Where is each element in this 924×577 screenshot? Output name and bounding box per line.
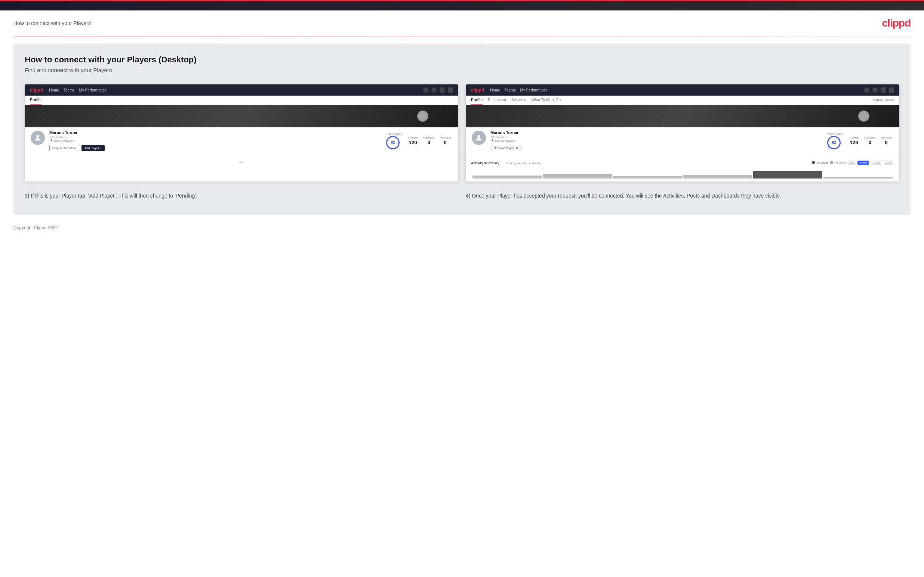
- avatar-icon-2[interactable]: [889, 87, 894, 93]
- avatar-2: [471, 130, 487, 146]
- close-icon: ✕: [516, 147, 519, 150]
- mock-nav-items-1: Home Teams My Performance: [49, 88, 107, 92]
- chart-bar-1: [472, 176, 542, 179]
- player-location-1: 📍 United Kingdom: [49, 139, 382, 143]
- filter-3mths[interactable]: 3 mths: [871, 161, 882, 165]
- mock-banner-1: [25, 105, 458, 127]
- following-label-2: Following: [880, 136, 892, 139]
- add-player-button-1[interactable]: Add Player +: [81, 145, 105, 151]
- search-icon-2[interactable]: [864, 87, 869, 93]
- user-dropdown-2[interactable]: Marcus Turner: [872, 98, 894, 105]
- filter-1mth[interactable]: 1 mth: [884, 161, 894, 165]
- avatar-1: [30, 130, 45, 146]
- followers-stat-1: Followers 0: [423, 136, 435, 145]
- chart-bar-3: [613, 176, 682, 179]
- filter-1yr[interactable]: 1 yr: [848, 161, 856, 165]
- user-icon-1[interactable]: [431, 87, 436, 93]
- following-stat-1: Following 0: [439, 136, 451, 145]
- banner-texture-2: [466, 105, 899, 127]
- screenshots-row: clippd Home Teams My Performance Profile: [25, 84, 899, 182]
- screenshot-1: clippd Home Teams My Performance Profile: [25, 84, 458, 182]
- tab-activities-2[interactable]: Activities: [511, 98, 526, 105]
- off-course-dot: [830, 161, 833, 164]
- tab-profile-2[interactable]: Profile: [471, 98, 483, 105]
- activity-subtitle: Monthly Activity · 6 Months: [506, 162, 542, 165]
- tab-dashboard-2[interactable]: Dashboard: [488, 98, 506, 105]
- mock-nav-home-2[interactable]: Home: [490, 88, 500, 92]
- activity-filters: On course Off course 1 yr 6 mths 3 mths …: [812, 161, 894, 165]
- following-label-1: Following: [439, 136, 451, 139]
- banner-texture-1: [25, 105, 458, 127]
- request-follow-button-1[interactable]: Request to Follow: [49, 145, 79, 151]
- player-buttons-2: Remove Player ✕: [490, 145, 824, 151]
- following-stat-2: Following 0: [880, 136, 892, 145]
- on-course-dot: [812, 161, 815, 164]
- tab-profile-1[interactable]: Profile: [30, 98, 42, 105]
- filter-6mths[interactable]: 6 mths: [858, 161, 869, 165]
- settings-icon-1[interactable]: [439, 87, 445, 93]
- followers-stat-2: Followers 0: [864, 136, 876, 145]
- mock-tabs-1: Profile: [25, 96, 458, 105]
- mock-nav-performance-1[interactable]: My Performance: [79, 88, 106, 92]
- caption-4: 4) Once your Player has accepted your re…: [466, 192, 899, 200]
- followers-value-1: 0: [423, 140, 435, 145]
- mock-banner-2: [466, 105, 899, 127]
- activities-value-1: 129: [408, 140, 418, 145]
- pencil-icon-1: ✏: [239, 160, 244, 166]
- followers-value-2: 0: [864, 140, 876, 145]
- screenshot-2: clippd Home Teams My Performance Profile…: [466, 84, 899, 182]
- activities-stat-1: Activities 129: [408, 136, 418, 145]
- mock-nav-home-1[interactable]: Home: [49, 88, 59, 92]
- off-course-label: Off course: [835, 161, 846, 164]
- activities-stat-2: Activities 129: [849, 136, 859, 145]
- remove-player-button[interactable]: Remove Player ✕: [490, 145, 522, 151]
- activities-label-1: Activities: [408, 136, 418, 139]
- search-icon-1[interactable]: [423, 87, 428, 93]
- svg-point-0: [36, 135, 39, 138]
- activities-value-2: 129: [849, 140, 859, 145]
- mock-nav-teams-2[interactable]: Teams: [505, 88, 515, 92]
- player-name-1: Marcus Turner: [49, 131, 382, 135]
- activity-header: Activity Summary Monthly Activity · 6 Mo…: [471, 159, 894, 166]
- location-pin-1: 📍: [49, 139, 54, 143]
- caption-3: 3) If this is your Player tap, 'Add Play…: [25, 192, 458, 200]
- captions-row: 3) If this is your Player tap, 'Add Play…: [25, 192, 899, 200]
- main-content: How to connect with your Players (Deskto…: [13, 44, 911, 215]
- chart-bar-2: [543, 174, 612, 179]
- mock-nav-teams-1[interactable]: Teams: [63, 88, 74, 92]
- activities-label-2: Activities: [849, 136, 859, 139]
- following-value-2: 0: [880, 140, 892, 145]
- main-title: How to connect with your Players (Deskto…: [25, 55, 899, 64]
- chart-bar-6: [824, 177, 893, 179]
- footer: Copyright Clippd 2022: [0, 222, 924, 238]
- mock-nav-performance-2[interactable]: My Performance: [520, 88, 547, 92]
- mock-nav-items-2: Home Teams My Performance: [490, 88, 548, 92]
- mock-tabs-2: Profile Dashboard Activities What To Wor…: [466, 96, 899, 105]
- activity-title: Activity Summary: [471, 161, 499, 165]
- mock-nav-icons-2: [864, 87, 894, 93]
- player-location-2: 📍 United Kingdom: [490, 139, 824, 143]
- tab-what-to-work-on-2[interactable]: What To Work On: [531, 98, 561, 105]
- header-divider: [13, 36, 911, 36]
- mock-profile-stats-1: Marcus Turner 1-5 Handicap 📍 United King…: [25, 127, 458, 156]
- mock-nav-2: clippd Home Teams My Performance: [466, 84, 899, 96]
- main-subtitle: Find and connect with your Players: [25, 67, 899, 73]
- mock-nav-icons-1: [423, 87, 453, 93]
- user-icon-2[interactable]: [872, 87, 878, 93]
- quality-label-1: Player Quality: [386, 132, 402, 135]
- mock-logo-2: clippd: [471, 87, 484, 93]
- mock-nav-1: clippd Home Teams My Performance: [25, 84, 458, 96]
- activity-summary: Activity Summary Monthly Activity · 6 Mo…: [466, 156, 899, 182]
- settings-icon-2[interactable]: [880, 87, 886, 93]
- mock-profile-stats-2: Marcus Turner 1-5 Handicap 📍 United King…: [466, 127, 899, 156]
- player-name-2: Marcus Turner: [490, 131, 824, 135]
- quality-circle-2: 92: [827, 136, 841, 149]
- copyright: Copyright Clippd 2022: [13, 225, 58, 230]
- edit-area-1: ✏: [25, 156, 458, 169]
- followers-label-2: Followers: [864, 136, 876, 139]
- top-bar: [0, 0, 924, 10]
- avatar-icon-1[interactable]: [448, 87, 453, 93]
- mock-logo-1: clippd: [30, 87, 43, 93]
- player-buttons-1: Request to Follow Add Player +: [49, 145, 382, 151]
- on-course-label: On course: [816, 161, 828, 164]
